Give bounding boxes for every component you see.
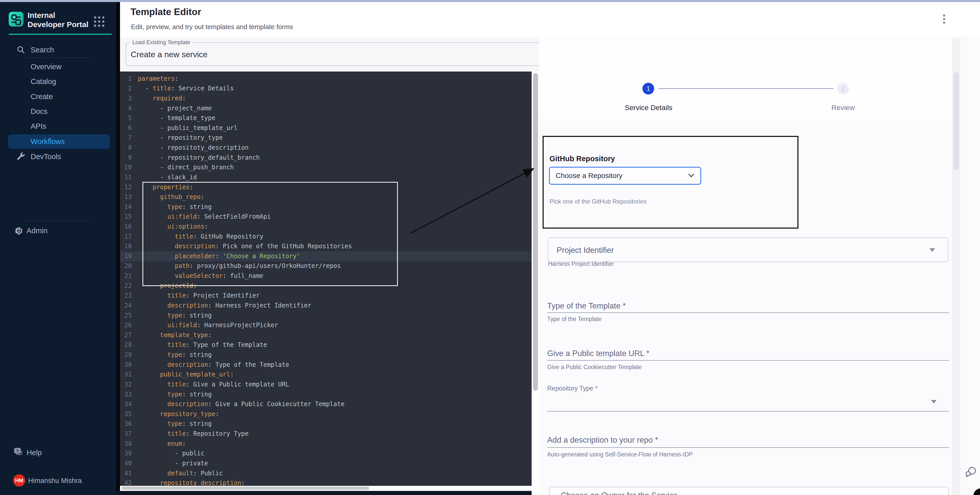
code-line-11: 11 - slack_id [120, 172, 531, 182]
step-1-number: 1 [646, 85, 650, 92]
app-grid-icon[interactable] [94, 16, 105, 27]
code-line-6: 6 - public_template_url [120, 123, 531, 133]
repo-description-helper: Auto-generated using Self-Service-Flow o… [547, 451, 693, 458]
step-1-label: Service Details [610, 104, 687, 112]
repo-description-underline [547, 447, 949, 448]
code-line-7: 7 - repository_type [120, 133, 531, 143]
code-line-3: 3 required: [120, 94, 531, 103]
sidebar-item-workflows[interactable]: Workflows [8, 134, 110, 149]
sidebar-item-label: Help [27, 449, 42, 457]
chat-support-icon[interactable] [964, 466, 977, 479]
nav-divider [24, 57, 90, 58]
code-line-25: 25 type: string [120, 310, 531, 320]
load-template-value: Create a new service [131, 50, 208, 59]
repository-type-label: Repository Type * [547, 385, 598, 392]
window-top-edge [0, 0, 980, 2]
svg-text:?: ? [16, 449, 19, 454]
sidebar-item-label: Create [31, 92, 53, 101]
sidebar-item-search[interactable]: Search [0, 43, 116, 57]
template-type-input[interactable]: Type of the Template * [547, 301, 626, 310]
public-template-url-helper: Give a Public Cookiecutter Template [547, 364, 642, 371]
sidebar-item-label: Catalog [31, 77, 56, 86]
page-header [120, 2, 980, 38]
nav-divider-bottom [24, 221, 90, 221]
code-line-35: 35 repository_type: [120, 409, 531, 419]
code-line-2: 2 - title: Service Details [120, 84, 531, 94]
code-line-37: 37 title: Repository Type [120, 429, 531, 439]
repository-type-underline [547, 411, 949, 411]
code-line-39: 39 - public [120, 449, 531, 458]
page-subtitle: Edit, preview, and try out templates and… [131, 23, 293, 31]
dropdown-arrow-icon[interactable] [931, 400, 937, 404]
template-type-underline [547, 312, 949, 313]
stepper-connector [658, 88, 834, 89]
code-line-23: 23 title: Project Identifier [120, 291, 531, 301]
sidebar-item-label: Search [31, 46, 54, 54]
sidebar-item-catalog[interactable]: Catalog [0, 74, 116, 89]
sidebar-item-label: DevTools [31, 153, 61, 161]
code-line-24: 24 description: Harness Project Identifi… [120, 301, 531, 310]
more-options-icon[interactable] [942, 14, 946, 24]
dropdown-arrow-icon [929, 248, 935, 252]
panel-scroll-thumb[interactable] [953, 72, 959, 170]
sidebar-item-create[interactable]: Create [0, 89, 116, 104]
step-1-circle[interactable]: 1 [643, 83, 654, 94]
service-owner-value: Choose an Owner for the Service [561, 491, 678, 495]
sidebar-item-label: Workflows [31, 137, 65, 146]
code-line-31: 31 public_template_url: [120, 369, 531, 380]
code-annotation-rectangle [143, 182, 398, 286]
editor-vertical-scroll-thumb[interactable] [533, 73, 538, 391]
code-line-8: 8 - repositoty_description [120, 143, 531, 153]
sidebar-item-label: Docs [31, 107, 48, 116]
app-root: Internal Developer Portal SearchOverview… [0, 0, 980, 495]
code-line-4: 4 - project_name [120, 103, 531, 113]
sidebar-edge [116, 2, 120, 495]
code-line-34: 34 description: Give a Public Cookiecutt… [120, 399, 531, 409]
sidebar-item-admin[interactable]: Admin [13, 225, 110, 236]
code-line-29: 29 type: string [120, 350, 531, 360]
sidebar-item-docs[interactable]: Docs [0, 104, 116, 118]
chevron-down-icon [688, 173, 695, 178]
repo-description-input[interactable]: Add a description to your repo * [547, 436, 658, 445]
code-line-10: 10 - direct_push_branch [120, 162, 531, 172]
step-2-circle[interactable]: 2 [837, 83, 849, 94]
sidebar-item-label: APIs [31, 122, 46, 131]
avatar-initials: HM [15, 477, 24, 484]
code-line-27: 27 template_type: [120, 330, 531, 340]
code-line-26: 26 ui:field: HarnessProjectPicker [120, 320, 531, 330]
code-line-28: 28 title: Type of the Template [120, 340, 531, 350]
yaml-code-editor[interactable]: 1parameters:2 - title: Service Details3 … [120, 72, 531, 486]
sidebar-item-devtools[interactable]: DevTools [0, 150, 116, 164]
user-name[interactable]: Himanshu Mishra [28, 477, 82, 485]
code-line-38: 38 enum: [120, 439, 531, 449]
load-template-label: Load Existing Template [130, 39, 193, 46]
public-template-url-input[interactable]: Give a Public template URL * [547, 349, 649, 358]
stepper-section [539, 38, 953, 119]
sidebar-item-label: Overview [31, 62, 62, 71]
gear-icon [13, 226, 23, 236]
code-line-40: 40 - private [120, 458, 531, 468]
search-icon [16, 45, 25, 54]
sidebar-item-help[interactable]: ? Help [13, 446, 110, 459]
brand-divider [9, 34, 112, 35]
user-avatar[interactable]: HM [13, 474, 25, 487]
sidebar-item-apis[interactable]: APIs [0, 119, 116, 133]
code-line-41: 41 default: Public [120, 468, 531, 478]
github-repository-helper: Pick one of the GitHub Repositories [549, 198, 646, 205]
template-type-helper: Type of the Template [547, 316, 601, 323]
sidebar-item-overview[interactable]: Overview [0, 59, 116, 74]
project-identifier-helper: Harness Project Identifier [548, 261, 614, 267]
code-line-32: 32 title: Give a Public template URL [120, 380, 531, 390]
code-line-9: 9 - repository_default_branch [120, 153, 531, 163]
github-repository-value: Choose a Repository [555, 172, 622, 180]
brand-title: Internal Developer Portal [27, 11, 91, 29]
editor-horizontal-scroll-thumb[interactable] [121, 487, 369, 490]
step-2-number: 2 [842, 85, 845, 92]
help-chat-icon: ? [13, 446, 24, 458]
editor-bottom-strip [116, 491, 531, 495]
wrench-icon [16, 152, 25, 161]
slider-glyph-icon [9, 12, 24, 27]
code-line-30: 30 description: Type of the Template [120, 360, 531, 370]
public-template-url-underline [547, 360, 949, 361]
idp-logo-icon[interactable] [9, 12, 24, 27]
